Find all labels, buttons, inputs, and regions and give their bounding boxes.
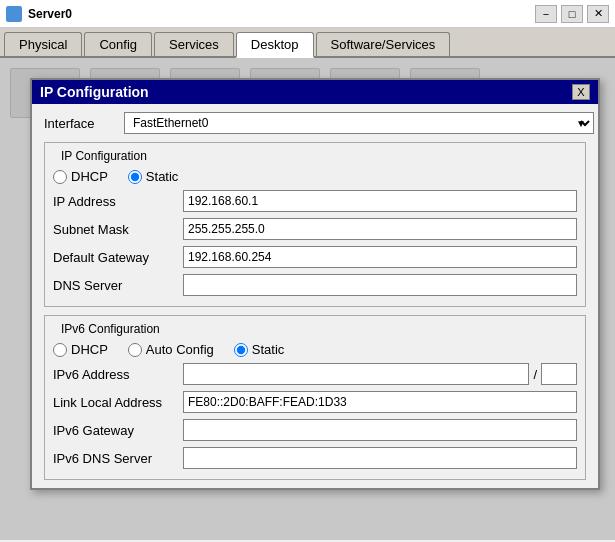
link-local-row: Link Local Address — [53, 391, 577, 413]
dhcp6-radio[interactable] — [53, 343, 67, 357]
dhcp-label: DHCP — [71, 169, 108, 184]
subnet-mask-label: Subnet Mask — [53, 222, 183, 237]
static6-label: Static — [252, 342, 285, 357]
maximize-button[interactable]: □ — [561, 5, 583, 23]
link-local-input[interactable] — [183, 391, 577, 413]
ipv6-config-section: IPv6 Configuration DHCP Auto Config Stat… — [44, 315, 586, 480]
title-bar: Server0 − □ ✕ — [0, 0, 615, 28]
window-controls: − □ ✕ — [535, 5, 609, 23]
static-radio-label[interactable]: Static — [128, 169, 179, 184]
static6-radio-label[interactable]: Static — [234, 342, 285, 357]
ip-address-label: IP Address — [53, 194, 183, 209]
dns-server-label: DNS Server — [53, 278, 183, 293]
ipv6-address-label: IPv6 Address — [53, 367, 183, 382]
interface-row: Interface FastEthernet0 ▼ — [44, 112, 586, 134]
window-title: Server0 — [28, 7, 535, 21]
tab-software-services[interactable]: Software/Services — [316, 32, 451, 56]
dhcp-radio-label[interactable]: DHCP — [53, 169, 108, 184]
static6-radio[interactable] — [234, 343, 248, 357]
ipv6-gateway-label: IPv6 Gateway — [53, 423, 183, 438]
default-gateway-row: Default Gateway — [53, 246, 577, 268]
auto-config-radio[interactable] — [128, 343, 142, 357]
ip-mode-radio-group: DHCP Static — [53, 169, 577, 184]
static-radio[interactable] — [128, 170, 142, 184]
dns-server-input[interactable] — [183, 274, 577, 296]
ipv6-gateway-row: IPv6 Gateway — [53, 419, 577, 441]
ip-address-input[interactable] — [183, 190, 577, 212]
auto-config-radio-label[interactable]: Auto Config — [128, 342, 214, 357]
ipv6-mode-radio-group: DHCP Auto Config Static — [53, 342, 577, 357]
ip-config-dialog: IP Configuration X Interface FastEtherne… — [30, 78, 600, 490]
default-gateway-label: Default Gateway — [53, 250, 183, 265]
ipv6-address-row: IPv6 Address / — [53, 363, 577, 385]
static-label: Static — [146, 169, 179, 184]
dialog-close-button[interactable]: X — [572, 84, 590, 100]
ip-address-row: IP Address — [53, 190, 577, 212]
tab-services[interactable]: Services — [154, 32, 234, 56]
ipv6-slash: / — [533, 367, 537, 382]
ipv6-dns-row: IPv6 DNS Server — [53, 447, 577, 469]
dhcp6-label: DHCP — [71, 342, 108, 357]
ipv6-prefix-input[interactable] — [541, 363, 577, 385]
ipv6-dns-input[interactable] — [183, 447, 577, 469]
app-icon — [6, 6, 22, 22]
close-button[interactable]: ✕ — [587, 5, 609, 23]
tab-bar: Physical Config Services Desktop Softwar… — [0, 28, 615, 58]
ip-section-label: IP Configuration — [61, 149, 577, 163]
minimize-button[interactable]: − — [535, 5, 557, 23]
ip-config-section: IP Configuration DHCP Static IP Address — [44, 142, 586, 307]
subnet-mask-input[interactable] — [183, 218, 577, 240]
dns-server-row: DNS Server — [53, 274, 577, 296]
interface-select[interactable]: FastEthernet0 — [124, 112, 594, 134]
dialog-title-bar: IP Configuration X — [32, 80, 598, 104]
tab-config[interactable]: Config — [84, 32, 152, 56]
tab-desktop[interactable]: Desktop — [236, 32, 314, 58]
dhcp6-radio-label[interactable]: DHCP — [53, 342, 108, 357]
default-gateway-input[interactable] — [183, 246, 577, 268]
dhcp-radio[interactable] — [53, 170, 67, 184]
tab-physical[interactable]: Physical — [4, 32, 82, 56]
interface-label: Interface — [44, 116, 124, 131]
ipv6-dns-label: IPv6 DNS Server — [53, 451, 183, 466]
auto-config-label: Auto Config — [146, 342, 214, 357]
subnet-mask-row: Subnet Mask — [53, 218, 577, 240]
link-local-label: Link Local Address — [53, 395, 183, 410]
ipv6-gateway-input[interactable] — [183, 419, 577, 441]
dialog-body: Interface FastEthernet0 ▼ IP Configurati… — [32, 104, 598, 488]
ipv6-address-input[interactable] — [183, 363, 529, 385]
ipv6-section-label: IPv6 Configuration — [61, 322, 577, 336]
dialog-title: IP Configuration — [40, 84, 149, 100]
main-area: IP Configuration X Interface FastEtherne… — [0, 58, 615, 540]
